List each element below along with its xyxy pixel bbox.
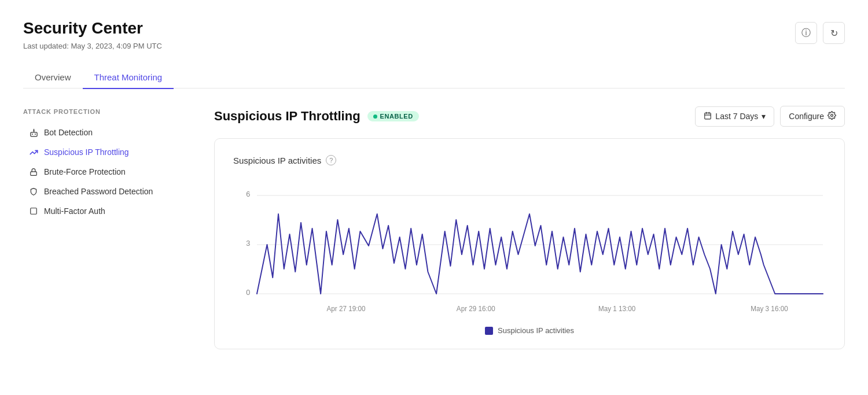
- svg-text:Apr 29 16:00: Apr 29 16:00: [457, 305, 495, 313]
- sidebar-item-multi-factor-auth[interactable]: Multi-Factor Auth: [23, 202, 203, 220]
- header-actions: ⓘ ↻: [795, 22, 845, 44]
- svg-point-1: [33, 130, 35, 132]
- sidebar-label-multi-factor-auth: Multi-Factor Auth: [44, 206, 105, 216]
- tab-threat-monitoring[interactable]: Threat Monitoring: [83, 67, 174, 89]
- svg-text:Apr 27 19:00: Apr 27 19:00: [327, 305, 366, 313]
- refresh-icon: ↻: [830, 28, 838, 39]
- chart-area: 6 3 0 Apr 27 19:00 Apr 29 16:00: [233, 179, 826, 318]
- sidebar-item-breached-password-detection[interactable]: Breached Password Detection: [23, 182, 203, 201]
- tab-overview[interactable]: Overview: [23, 67, 83, 89]
- sidebar-label-suspicious-ip-throttling: Suspicious IP Throttling: [44, 147, 129, 157]
- status-badge: ENABLED: [367, 111, 419, 121]
- legend-label: Suspicious IP activities: [498, 326, 574, 335]
- chart-title-row: Suspicious IP activities ?: [233, 155, 826, 165]
- panel-title-row: Suspicious IP Throttling ENABLED: [214, 109, 419, 124]
- chart-title: Suspicious IP activities: [233, 156, 321, 165]
- shield-icon: [29, 187, 38, 196]
- configure-button[interactable]: Configure: [780, 106, 845, 127]
- square-icon: [29, 206, 38, 216]
- calendar-icon: [704, 112, 712, 121]
- sidebar-item-suspicious-ip-throttling[interactable]: Suspicious IP Throttling: [23, 143, 203, 161]
- svg-rect-6: [705, 113, 711, 119]
- lock-icon: [29, 167, 38, 176]
- sidebar-label-brute-force-protection: Brute-Force Protection: [44, 167, 126, 176]
- robot-icon: [29, 128, 38, 137]
- info-button[interactable]: ⓘ: [795, 22, 817, 44]
- main-panel: Suspicious IP Throttling ENABLED: [203, 106, 845, 349]
- sidebar-section-title: ATTACK PROTECTION: [23, 108, 203, 115]
- svg-text:0: 0: [246, 288, 250, 297]
- panel-title: Suspicious IP Throttling: [214, 109, 361, 124]
- configure-label: Configure: [789, 112, 824, 121]
- legend-color-box: [485, 327, 493, 335]
- svg-text:3: 3: [246, 239, 250, 248]
- date-range-label: Last 7 Days: [715, 112, 758, 121]
- sidebar-label-breached-password-detection: Breached Password Detection: [44, 187, 153, 196]
- sidebar-label-bot-detection: Bot Detection: [44, 128, 93, 137]
- info-icon: ⓘ: [801, 27, 811, 39]
- date-range-button[interactable]: Last 7 Days ▾: [695, 106, 774, 127]
- chevron-down-icon: ▾: [762, 112, 766, 121]
- tabs-bar: Overview Threat Monitoring: [23, 67, 845, 89]
- svg-rect-0: [30, 132, 36, 136]
- chart-legend: Suspicious IP activities: [233, 326, 826, 335]
- chart-card: Suspicious IP activities ? 6 3 0: [214, 138, 845, 349]
- page-container: Security Center Last updated: May 3, 202…: [0, 0, 868, 368]
- refresh-button[interactable]: ↻: [823, 22, 845, 44]
- sidebar: ATTACK PROTECTION Bot Detection: [23, 106, 203, 349]
- panel-header: Suspicious IP Throttling ENABLED: [214, 106, 845, 127]
- sidebar-item-bot-detection[interactable]: Bot Detection: [23, 123, 203, 142]
- trending-up-icon: [29, 147, 38, 157]
- help-icon[interactable]: ?: [326, 155, 336, 165]
- content-area: ATTACK PROTECTION Bot Detection: [23, 106, 845, 349]
- last-updated: Last updated: May 3, 2023, 4:09 PM UTC: [23, 42, 162, 50]
- svg-point-10: [831, 115, 833, 117]
- header-row: Security Center Last updated: May 3, 202…: [23, 19, 845, 50]
- gear-icon: [827, 111, 836, 121]
- svg-text:6: 6: [246, 190, 250, 198]
- chart-svg: 6 3 0 Apr 27 19:00 Apr 29 16:00: [233, 179, 826, 318]
- panel-actions: Last 7 Days ▾ Configure: [695, 106, 845, 127]
- svg-text:May 3 16:00: May 3 16:00: [751, 305, 788, 313]
- status-dot: [373, 115, 377, 119]
- sidebar-item-brute-force-protection[interactable]: Brute-Force Protection: [23, 163, 203, 181]
- status-label: ENABLED: [380, 113, 413, 120]
- svg-rect-5: [31, 208, 37, 215]
- page-title: Security Center: [23, 19, 162, 38]
- svg-rect-4: [31, 172, 37, 175]
- header-left: Security Center Last updated: May 3, 202…: [23, 19, 162, 50]
- svg-text:May 1 13:00: May 1 13:00: [598, 305, 636, 313]
